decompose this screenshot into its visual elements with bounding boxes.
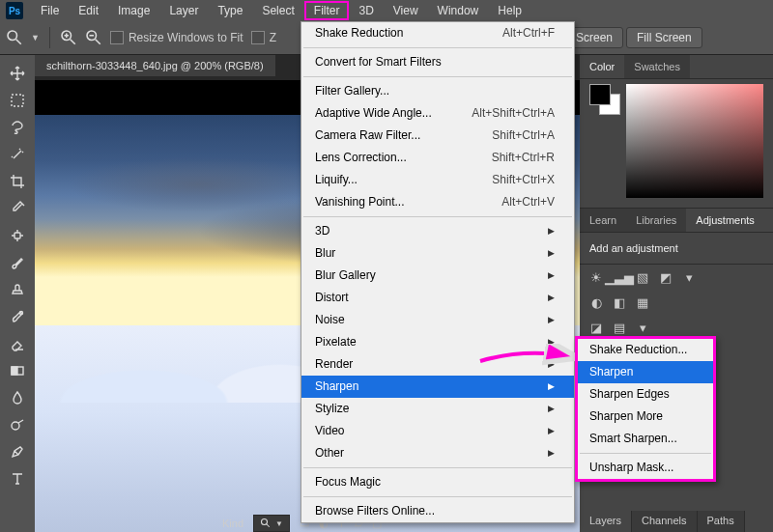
- tools-panel: [0, 55, 35, 532]
- fill-screen-button[interactable]: Fill Screen: [626, 27, 702, 48]
- filter-item-shake-reduction[interactable]: Shake ReductionAlt+Ctrl+F: [301, 22, 574, 44]
- menu-window[interactable]: Window: [428, 1, 489, 20]
- filter-item-other[interactable]: Other▶: [301, 442, 574, 464]
- adj-bw-icon[interactable]: ◧: [611, 294, 628, 311]
- zoom-tool-icon[interactable]: [6, 29, 23, 46]
- color-panel: Color Swatches: [580, 55, 773, 209]
- resize-windows-checkbox[interactable]: Resize Windows to Fit: [110, 31, 243, 44]
- filter-item-render[interactable]: Render▶: [301, 353, 574, 376]
- zoom-all-checkbox[interactable]: Z: [251, 31, 276, 44]
- tab-swatches[interactable]: Swatches: [624, 55, 690, 78]
- adj-curves-icon[interactable]: ▧: [634, 268, 651, 286]
- color-picker[interactable]: [626, 84, 763, 198]
- filter-item-adaptive-wide-angle-[interactable]: Adaptive Wide Angle...Alt+Shift+Ctrl+A: [301, 102, 574, 125]
- menu-edit[interactable]: Edit: [69, 1, 108, 20]
- filter-item-stylize[interactable]: Stylize▶: [301, 398, 574, 420]
- filter-item-blur-gallery[interactable]: Blur Gallery▶: [301, 265, 574, 287]
- tab-layers[interactable]: Layers: [580, 511, 632, 532]
- filter-item-blur[interactable]: Blur▶: [301, 242, 574, 265]
- menu-image[interactable]: Image: [108, 1, 159, 20]
- eraser-tool[interactable]: [4, 331, 31, 356]
- document-tab[interactable]: schilthorn-3033448_640.jpg @ 200% (RGB/8…: [35, 55, 275, 76]
- sharpen-item-sharpen[interactable]: Sharpen: [578, 361, 713, 383]
- filter-item-convert-for-smart-filters[interactable]: Convert for Smart Filters: [301, 51, 574, 73]
- foreground-color[interactable]: [589, 84, 611, 105]
- svg-rect-9: [12, 95, 23, 106]
- svg-line-8: [96, 40, 100, 44]
- spot-heal-tool[interactable]: [4, 223, 31, 248]
- adj-invert-icon[interactable]: ◪: [587, 319, 605, 336]
- menu-view[interactable]: View: [384, 1, 428, 20]
- pen-tool[interactable]: [4, 439, 31, 464]
- brush-tool[interactable]: [4, 250, 31, 275]
- menu-file[interactable]: File: [31, 1, 69, 20]
- svg-line-5: [71, 40, 75, 44]
- svg-point-15: [262, 519, 268, 525]
- filter-menu-dropdown: Shake ReductionAlt+Ctrl+FConvert for Sma…: [301, 21, 575, 523]
- filter-item-lens-correction-[interactable]: Lens Correction...Shift+Ctrl+R: [301, 147, 574, 169]
- tab-learn[interactable]: Learn: [580, 209, 626, 232]
- tab-adjustments[interactable]: Adjustments: [686, 209, 764, 232]
- filter-item-noise[interactable]: Noise▶: [301, 309, 574, 331]
- lasso-tool[interactable]: [4, 115, 31, 140]
- tab-paths[interactable]: Paths: [698, 511, 745, 532]
- adj-exposure-icon[interactable]: ◩: [657, 268, 674, 286]
- sharpen-item-sharpen-edges[interactable]: Sharpen Edges: [578, 383, 713, 406]
- sharpen-item-sharpen-more[interactable]: Sharpen More: [578, 406, 713, 428]
- adj-levels-icon[interactable]: ▁▃▅: [611, 268, 628, 286]
- filter-item-pixelate[interactable]: Pixelate▶: [301, 331, 574, 353]
- resize-windows-label: Resize Windows to Fit: [129, 31, 243, 44]
- menu-filter[interactable]: Filter: [304, 1, 350, 20]
- kind-select[interactable]: ▼: [253, 515, 290, 532]
- menu-select[interactable]: Select: [252, 1, 303, 20]
- filter-item-sharpen[interactable]: Sharpen▶: [301, 376, 574, 398]
- zoom-in-icon[interactable]: [60, 29, 77, 46]
- chevron-down-icon: ▼: [275, 519, 283, 528]
- filter-item-focus-magic[interactable]: Focus Magic: [301, 471, 574, 493]
- marquee-tool[interactable]: [4, 88, 31, 113]
- adj-brightness-icon[interactable]: ☀: [587, 268, 605, 286]
- move-tool[interactable]: [4, 61, 31, 86]
- tab-libraries[interactable]: Libraries: [626, 209, 686, 232]
- filter-item-3d[interactable]: 3D▶: [301, 220, 574, 242]
- sharpen-submenu: Shake Reduction...SharpenSharpen EdgesSh…: [575, 336, 716, 482]
- tab-color[interactable]: Color: [580, 55, 624, 78]
- adj-caret-icon[interactable]: ▾: [680, 268, 698, 286]
- filter-item-vanishing-point-[interactable]: Vanishing Point...Alt+Ctrl+V: [301, 191, 574, 213]
- zoom-out-icon[interactable]: [85, 29, 102, 46]
- layers-panel-tabs: Layers Channels Paths: [580, 511, 773, 532]
- adj-photo-filter-icon[interactable]: ▦: [634, 294, 651, 311]
- filter-item-distort[interactable]: Distort▶: [301, 287, 574, 309]
- zoom-all-label: Z: [270, 31, 276, 44]
- menu-help[interactable]: Help: [488, 1, 531, 20]
- menu-3d[interactable]: 3D: [349, 1, 383, 20]
- dodge-tool[interactable]: [4, 412, 31, 437]
- dropdown-caret-icon[interactable]: ▼: [31, 33, 40, 42]
- filter-item-filter-gallery-[interactable]: Filter Gallery...: [301, 80, 574, 102]
- svg-line-16: [267, 524, 270, 527]
- sharpen-item-unsharp-mask-[interactable]: Unsharp Mask...: [578, 457, 713, 479]
- sharpen-item-smart-sharpen-[interactable]: Smart Sharpen...: [578, 428, 713, 450]
- filter-item-camera-raw-filter-[interactable]: Camera Raw Filter...Shift+Ctrl+A: [301, 125, 574, 147]
- kind-label: Kind: [222, 518, 243, 529]
- type-tool[interactable]: [4, 466, 31, 491]
- adj-posterize-icon[interactable]: ▤: [611, 319, 628, 336]
- svg-point-0: [8, 31, 16, 40]
- crop-tool[interactable]: [4, 169, 31, 194]
- adj-vibrance-icon[interactable]: ◐: [587, 294, 605, 311]
- gradient-tool[interactable]: [4, 358, 31, 383]
- filter-item-liquify-[interactable]: Liquify...Shift+Ctrl+X: [301, 169, 574, 191]
- history-brush-tool[interactable]: [4, 304, 31, 329]
- tab-channels[interactable]: Channels: [632, 511, 697, 532]
- adj-caret2-icon[interactable]: ▾: [634, 319, 651, 336]
- filter-item-browse-filters-online-[interactable]: Browse Filters Online...: [301, 500, 574, 522]
- menubar: Ps FileEditImageLayerTypeSelectFilter3DV…: [0, 0, 773, 21]
- magic-wand-tool[interactable]: [4, 142, 31, 167]
- menu-type[interactable]: Type: [208, 1, 252, 20]
- menu-layer[interactable]: Layer: [159, 1, 208, 20]
- eyedropper-tool[interactable]: [4, 196, 31, 221]
- filter-item-video[interactable]: Video▶: [301, 420, 574, 442]
- sharpen-item-shake-reduction-[interactable]: Shake Reduction...: [578, 339, 713, 361]
- blur-tool[interactable]: [4, 385, 31, 410]
- clone-stamp-tool[interactable]: [4, 277, 31, 302]
